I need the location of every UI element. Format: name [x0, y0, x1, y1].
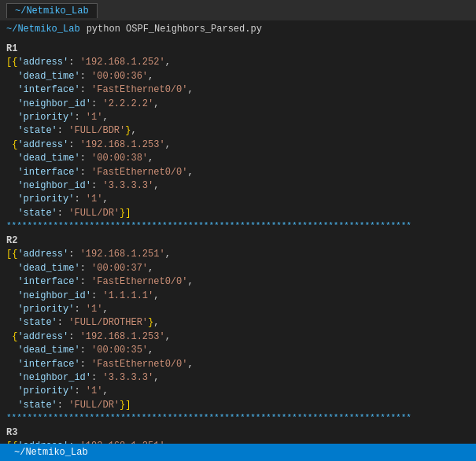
bottom-tab[interactable]: ~/Netmiko_Lab — [6, 444, 96, 461]
router-label: R3 — [6, 426, 470, 440]
output-line: 'priority': '1', — [6, 303, 470, 316]
output-line: 'dead_time': '00:00:35', — [6, 344, 470, 357]
output-line: 'priority': '1', — [6, 385, 470, 398]
output-line: 'neighbor_id': '1.1.1.1', — [6, 290, 470, 303]
output-line: {'address': '192.168.1.253', — [6, 138, 470, 152]
output-line: 'dead_time': '00:00:38', — [6, 152, 470, 165]
output-line: 'interface': 'FastEthernet0/0', — [6, 83, 470, 97]
output-line: 'dead_time': '00:00:36', — [6, 70, 470, 83]
output-line: 'state': 'FULL/DR'}] — [6, 207, 470, 220]
output-line: 'priority': '1', — [6, 111, 470, 124]
output-line: 'neighbor_id': '3.3.3.3', — [6, 371, 470, 385]
terminal-content: R1[{'address': '192.168.1.252', 'dead_ti… — [0, 38, 476, 444]
section-divider: ****************************************… — [6, 220, 470, 233]
router-label: R2 — [6, 234, 470, 248]
output-line: 'dead_time': '00:00:37', — [6, 262, 470, 275]
title-bar: ~/Netmiko_Lab — [0, 0, 476, 20]
terminal-window: ~/Netmiko_Lab ~/Netmiko_Lab python OSPF_… — [0, 0, 476, 461]
section-divider: ****************************************… — [6, 412, 470, 425]
prompt: ~/Netmiko_Lab — [6, 24, 80, 35]
router-label: R1 — [6, 42, 470, 56]
command-text: python OSPF_Neighbors_Parsed.py — [87, 24, 262, 35]
output-line: 'state': 'FULL/DR'}] — [6, 399, 470, 412]
output-line: 'interface': 'FastEthernet0/0', — [6, 166, 470, 179]
command-bar: ~/Netmiko_Lab python OSPF_Neighbors_Pars… — [0, 20, 476, 38]
output-line: {'address': '192.168.1.253', — [6, 330, 470, 344]
output-line: 'state': 'FULL/BDR'}, — [6, 124, 470, 138]
output-line: 'neighbor_id': '3.3.3.3', — [6, 179, 470, 193]
output-line: [{'address': '192.168.1.251', — [6, 248, 470, 261]
output-line: 'interface': 'FastEthernet0/0', — [6, 358, 470, 371]
output-line: 'priority': '1', — [6, 193, 470, 206]
title-tab[interactable]: ~/Netmiko_Lab — [6, 3, 98, 18]
output-line: 'neighbor_id': '2.2.2.2', — [6, 98, 470, 111]
output-line: [{'address': '192.168.1.252', — [6, 56, 470, 69]
output-line: 'state': 'FULL/DROTHER'}, — [6, 316, 470, 330]
bottom-bar: ~/Netmiko_Lab — [0, 444, 476, 461]
output-line: 'interface': 'FastEthernet0/0', — [6, 275, 470, 289]
